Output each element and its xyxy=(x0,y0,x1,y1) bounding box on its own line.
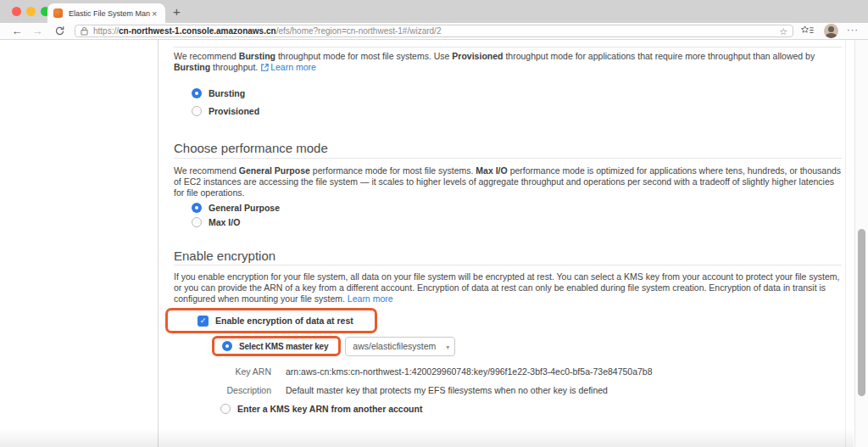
kms-key-row: Select KMS master key aws/elasticfilesys… xyxy=(212,336,455,356)
kms-key-dropdown[interactable]: aws/elasticfilesystem ▾ xyxy=(345,337,455,356)
scrollbar-thumb[interactable] xyxy=(858,229,865,396)
url-text: https://cn-northwest-1.console.amazonaws… xyxy=(93,26,779,36)
key-description-value: Default master key that protects my EFS … xyxy=(286,385,608,395)
kms-radio-highlight: Select KMS master key xyxy=(212,336,341,356)
radio-enter-arn-icon[interactable] xyxy=(220,404,231,414)
performance-heading: Choose performance mode xyxy=(174,141,328,155)
url-domain: cn-northwest-1.console.amazonaws.cn xyxy=(119,26,276,36)
browser-tab[interactable]: Elastic File System Management × xyxy=(47,3,165,23)
radio-option-bursting[interactable]: Bursting xyxy=(192,87,245,99)
enable-encryption-checkbox[interactable]: ✓ xyxy=(198,316,209,327)
tab-title: Elastic File System Management xyxy=(69,9,150,18)
encryption-description: If you enable encryption for your file s… xyxy=(174,271,842,305)
new-tab-button[interactable]: + xyxy=(173,3,181,20)
forward-icon: → xyxy=(29,23,46,39)
radio-option-enter-kms-arn[interactable]: Enter a KMS key ARN from another account xyxy=(220,403,422,415)
page-body: We recommend Bursting throughput mode fo… xyxy=(0,40,868,447)
chevron-down-icon: ▾ xyxy=(446,344,449,351)
enable-encryption-label: Enable encryption of data at rest xyxy=(215,316,353,326)
browser-window: Elastic File System Management × + ← → h… xyxy=(0,0,868,447)
key-description-label: Description xyxy=(208,385,271,395)
browser-toolbar: ← → https://cn-northwest-1.console.amazo… xyxy=(0,23,868,40)
radio-provisioned-icon[interactable] xyxy=(192,106,202,116)
learn-more-link[interactable]: Learn more xyxy=(348,293,393,304)
key-arn-value: arn:aws-cn:kms:cn-northwest-1:4200299607… xyxy=(286,366,653,377)
radio-select-kms-icon[interactable] xyxy=(222,341,232,351)
bookmark-star-icon[interactable]: ☆ xyxy=(779,27,787,36)
key-description-row: Description Default master key that prot… xyxy=(208,384,608,396)
radio-bursting-icon[interactable] xyxy=(192,88,202,98)
section-divider xyxy=(174,265,842,265)
wizard-content: We recommend Bursting throughput mode fo… xyxy=(159,40,854,447)
menu-icon[interactable]: ··· xyxy=(847,25,859,35)
radio-option-provisioned[interactable]: Provisioned xyxy=(192,105,259,117)
key-arn-row: Key ARN arn:aws-cn:kms:cn-northwest-1:42… xyxy=(208,366,653,377)
section-divider xyxy=(174,158,842,159)
section-divider xyxy=(174,47,842,47)
external-link-icon xyxy=(261,64,269,71)
encryption-checkbox-highlight: ✓ Enable encryption of data at rest xyxy=(165,308,377,333)
radio-general-purpose-icon[interactable] xyxy=(192,203,202,213)
back-icon[interactable]: ← xyxy=(8,23,25,39)
favorites-list-icon[interactable] xyxy=(801,25,814,36)
traffic-light-minimize-button[interactable] xyxy=(26,7,36,16)
url-bar[interactable]: https://cn-northwest-1.console.amazonaws… xyxy=(75,25,793,37)
profile-avatar[interactable] xyxy=(824,24,838,38)
efs-favicon-icon xyxy=(53,8,63,18)
browser-titlebar: Elastic File System Management × + xyxy=(0,0,868,23)
tab-close-icon[interactable]: × xyxy=(152,8,157,19)
traffic-light-close-button[interactable] xyxy=(12,7,21,16)
key-arn-label: Key ARN xyxy=(208,366,271,377)
scrollbar-track[interactable] xyxy=(854,40,868,447)
lock-icon xyxy=(81,26,88,36)
radio-option-general-purpose[interactable]: General Purpose xyxy=(192,202,280,214)
encryption-heading: Enable encryption xyxy=(174,249,275,263)
reload-icon[interactable] xyxy=(51,23,68,39)
footer-shadow xyxy=(0,428,854,447)
performance-description: We recommend General Purpose performance… xyxy=(174,165,842,198)
radio-max-io-icon[interactable] xyxy=(192,217,202,227)
learn-more-link[interactable]: Learn more xyxy=(270,62,316,72)
throughput-description: We recommend Bursting throughput mode fo… xyxy=(174,51,842,73)
radio-option-max-io[interactable]: Max I/O xyxy=(192,216,240,228)
